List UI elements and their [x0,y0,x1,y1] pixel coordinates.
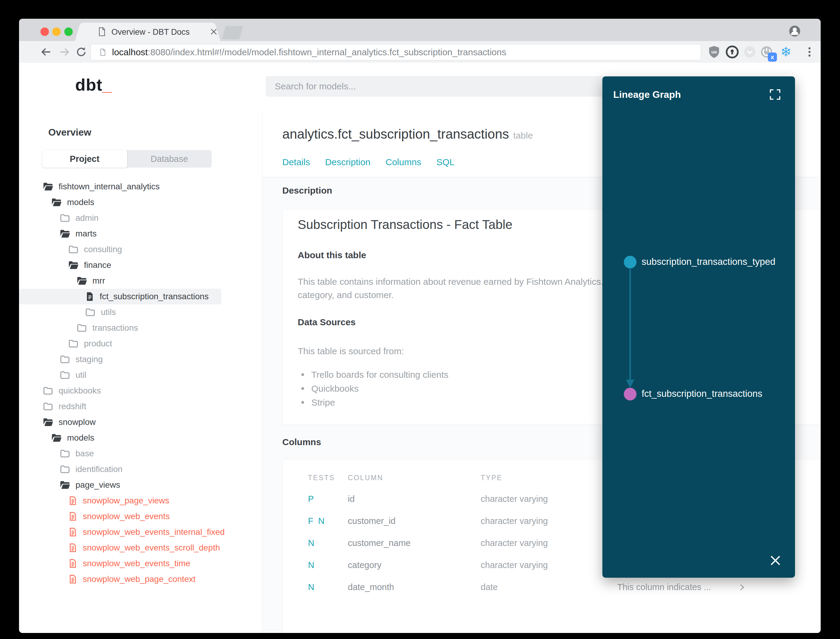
nav-columns[interactable]: Columns [386,157,421,167]
tree-item[interactable]: util [19,367,99,383]
list-item: Trello boards for consulting clients [298,368,448,382]
model-file-icon [68,496,78,506]
browser-window: Overview - DBT Docs localhost:8080/index… [19,19,821,633]
tree-item[interactable]: marts [19,226,109,242]
tree-item[interactable]: snowplow [19,414,108,430]
extension-badge: x [768,52,777,62]
lineage-node-label[interactable]: subscription_transactions_typed [642,256,775,267]
sources-heading: Data Sources [298,317,356,327]
tree-item[interactable]: transactions [19,320,151,336]
page-icon [97,27,106,37]
tree-item[interactable]: mrr [19,273,118,289]
col-header-type: TYPE [481,474,502,482]
folder-icon [76,322,87,334]
model-file-icon [68,527,78,537]
chevron-right-icon[interactable] [738,583,746,591]
tree-item-selected[interactable]: fct_subscription_transactions [19,289,221,304]
snowflake-extension-icon[interactable]: ❄ [779,45,793,59]
tree-item[interactable]: fishtown_internal_analytics [19,179,172,194]
sidebar-title: Overview [48,127,91,138]
tree-item[interactable]: quickbooks [19,383,114,399]
browser-tab[interactable]: Overview - DBT Docs [84,23,212,41]
tree-item[interactable]: base [19,446,106,461]
file-tree: fishtown_internal_analytics models admin… [19,179,262,587]
model-file-icon [68,558,78,569]
folder-open-icon [51,197,62,208]
tree-item[interactable]: models [19,430,107,446]
lineage-node-current[interactable] [624,388,637,401]
folder-icon [42,401,54,412]
close-window-button[interactable] [40,27,49,36]
pocket-extension-icon[interactable] [743,45,757,59]
model-file-icon [84,291,95,302]
sidebar: Overview Project Database fishtown_inter… [19,110,262,633]
table-row[interactable]: N date_month date This column indicates … [283,577,821,599]
folder-icon [68,244,79,255]
description-section-label: Description [282,185,332,196]
tree-item-model[interactable]: snowplow_web_page_context [19,571,208,587]
close-icon[interactable] [769,554,782,567]
col-header-column: COLUMN [348,474,383,482]
tree-item[interactable]: consulting [19,242,135,257]
about-heading: About this table [298,250,366,260]
lineage-node-parent[interactable] [624,256,637,269]
nav-sql[interactable]: SQL [436,157,454,167]
resource-type-label: table [513,130,533,140]
minimize-window-button[interactable] [52,27,61,36]
ublock-extension-icon[interactable] [707,45,721,59]
tree-item[interactable]: finance [19,257,124,273]
tree-item-model[interactable]: snowplow_web_events_internal_fixed [19,524,237,540]
folder-open-icon [59,479,71,491]
folder-open-icon [59,228,71,240]
folder-icon [59,464,71,475]
forward-icon[interactable] [58,46,70,58]
nav-description[interactable]: Description [325,157,370,167]
chrome-menu-icon[interactable] [803,45,816,59]
tab-close-icon[interactable] [210,28,218,36]
folder-open-icon [42,416,54,428]
lineage-graph [602,76,795,578]
tree-item[interactable]: page_views [19,477,133,493]
tree-item-model[interactable]: snowplow_page_views [19,493,182,509]
tree-item[interactable]: utils [19,304,129,320]
sources-intro: This table is sourced from: [298,345,404,358]
tree-item[interactable]: redshift [19,399,99,414]
tree-item[interactable]: identification [19,461,135,477]
url-path: :8080/index.html#!/model/model.fishtown_… [148,47,506,57]
list-item: Quickbooks [298,382,448,396]
folder-icon [59,448,71,459]
profile-avatar-icon[interactable] [788,25,801,37]
url-text: localhost:8080/index.html#!/model/model.… [112,47,507,57]
col-header-tests: TESTS [308,474,335,482]
address-bar[interactable]: localhost:8080/index.html#!/model/model.… [91,44,701,60]
tree-item[interactable]: admin [19,210,111,226]
1password-extension-icon[interactable] [725,45,740,59]
nav-details[interactable]: Details [282,157,310,167]
tree-item[interactable]: models [19,194,107,210]
tab-database[interactable]: Database [127,150,212,168]
tab-strip: Overview - DBT Docs [19,19,821,41]
reload-icon[interactable] [75,46,87,58]
model-file-icon [68,511,78,521]
folder-open-icon [68,259,79,271]
dbt-wordmark[interactable]: dbt_ [75,75,112,95]
zoom-window-button[interactable] [64,27,73,36]
new-tab-button[interactable] [222,26,243,39]
power-extension-icon[interactable]: x [759,45,774,59]
folder-icon [84,307,96,318]
tree-item-model[interactable]: snowplow_web_events_scroll_depth [19,540,233,556]
dbt-logo-icon[interactable] [50,74,70,94]
tab-project[interactable]: Project [42,150,127,168]
lineage-node-label[interactable]: fct_subscription_transactions [642,388,762,399]
list-item: Stripe [298,396,448,410]
tree-item-model[interactable]: snowplow_web_events [19,509,183,524]
sources-list: Trello boards for consulting clients Qui… [298,368,448,410]
folder-open-icon [51,432,62,443]
page-info-icon[interactable] [99,48,106,57]
tree-item-model[interactable]: snowplow_web_events_time [19,556,203,571]
section-nav: Details Description Columns SQL [282,157,454,167]
source-toggle: Project Database [42,150,212,168]
tree-item[interactable]: product [19,336,125,351]
back-icon[interactable] [40,46,52,58]
tree-item[interactable]: staging [19,351,115,367]
